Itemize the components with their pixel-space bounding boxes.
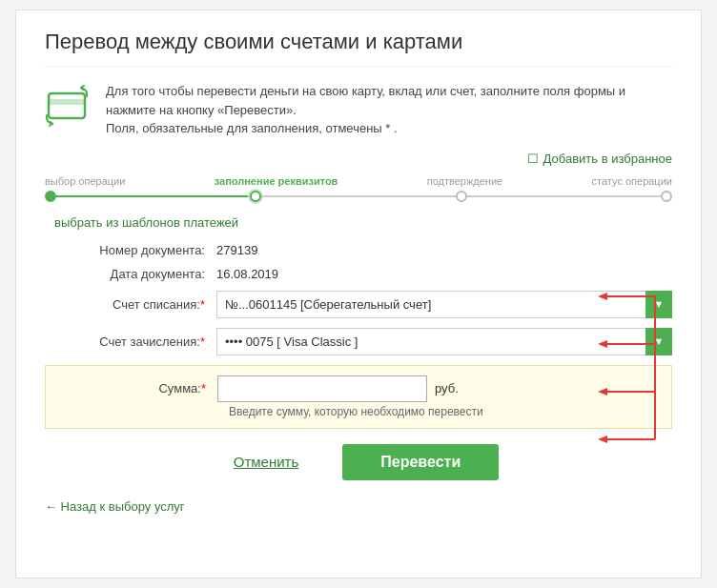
info-text: Для того чтобы перевести деньги на свою … xyxy=(106,82,672,119)
steps-section: выбор операции заполнение реквизитов под… xyxy=(45,175,672,202)
step-label-2: заполнение реквизитов xyxy=(215,175,338,187)
transfer-icon xyxy=(45,82,92,133)
step-line-3 xyxy=(467,195,661,197)
transfer-button[interactable]: Перевести xyxy=(342,444,499,480)
cancel-button[interactable]: Отменить xyxy=(218,446,315,477)
step-label-1: выбор операции xyxy=(45,175,125,187)
steps-labels: выбор операции заполнение реквизитов под… xyxy=(45,175,672,187)
svg-marker-9 xyxy=(598,436,607,443)
add-favorites-row: ☐ Добавить в избранное xyxy=(45,152,672,166)
steps-dots-row xyxy=(45,191,672,202)
step-label-4: статус операции xyxy=(592,175,672,187)
required-note: Поля, обязательные для заполнения, отмеч… xyxy=(106,119,672,138)
add-favorites-link[interactable]: ☐ Добавить в избранное xyxy=(527,152,672,166)
step-line-1 xyxy=(56,195,250,197)
info-block: Для того чтобы перевести деньги на свою … xyxy=(45,82,672,138)
amount-req-star: * xyxy=(201,381,206,395)
to-req-star: * xyxy=(200,335,205,349)
from-req-star: * xyxy=(200,297,205,312)
from-account-select-wrapper[interactable]: №...0601145 [Сберегательный счет] xyxy=(216,291,672,318)
to-account-row: Счет зачисления:* •••• 0075 [ Visa Class… xyxy=(45,328,672,355)
amount-section: Сумма:* руб. Введите сумму, которую необ… xyxy=(45,365,672,429)
page-title: Перевод между своими счетами и картами xyxy=(45,30,672,67)
svg-rect-0 xyxy=(49,93,85,118)
amount-input-row: Сумма:* руб. xyxy=(46,375,671,402)
template-link[interactable]: выбрать из шаблонов платежей xyxy=(54,215,238,230)
from-account-row: Счет списания:* №...0601145 [Сберегатель… xyxy=(45,291,672,318)
from-account-label: Счет списания:* xyxy=(45,297,216,312)
step-label-3: подтверждение xyxy=(427,175,502,187)
doc-date-label: Дата документа: xyxy=(45,267,216,281)
step-dot-1 xyxy=(45,191,56,202)
doc-number-value: 279139 xyxy=(216,243,257,257)
amount-hint: Введите сумму, которую необходимо переве… xyxy=(217,405,671,418)
back-link[interactable]: ← Назад к выбору услуг xyxy=(45,499,185,514)
doc-date-value: 16.08.2019 xyxy=(216,267,278,281)
bookmark-icon: ☐ xyxy=(527,152,539,166)
step-dot-4 xyxy=(661,191,672,202)
to-account-label: Счет зачисления:* xyxy=(45,335,216,349)
doc-number-label: Номер документа: xyxy=(45,243,216,257)
button-row: Отменить Перевести xyxy=(45,444,672,480)
from-account-select[interactable]: №...0601145 [Сберегательный счет] xyxy=(216,291,672,318)
to-account-select-wrapper[interactable]: •••• 0075 [ Visa Classic ] xyxy=(216,328,672,355)
step-dot-3 xyxy=(456,191,467,202)
step-dot-2 xyxy=(250,191,261,202)
amount-currency: руб. xyxy=(435,381,459,395)
to-account-select[interactable]: •••• 0075 [ Visa Classic ] xyxy=(216,328,672,355)
svg-rect-1 xyxy=(49,99,85,105)
add-favorites-label: Добавить в избранное xyxy=(543,152,672,166)
info-text-block: Для того чтобы перевести деньги на свою … xyxy=(106,82,672,138)
page-container: Перевод между своими счетами и картами Д… xyxy=(15,10,702,578)
amount-input[interactable] xyxy=(217,375,427,402)
step-line-2 xyxy=(261,195,455,197)
doc-number-row: Номер документа: 279139 xyxy=(45,243,672,257)
amount-label: Сумма:* xyxy=(46,381,217,395)
doc-date-row: Дата документа: 16.08.2019 xyxy=(45,267,672,281)
